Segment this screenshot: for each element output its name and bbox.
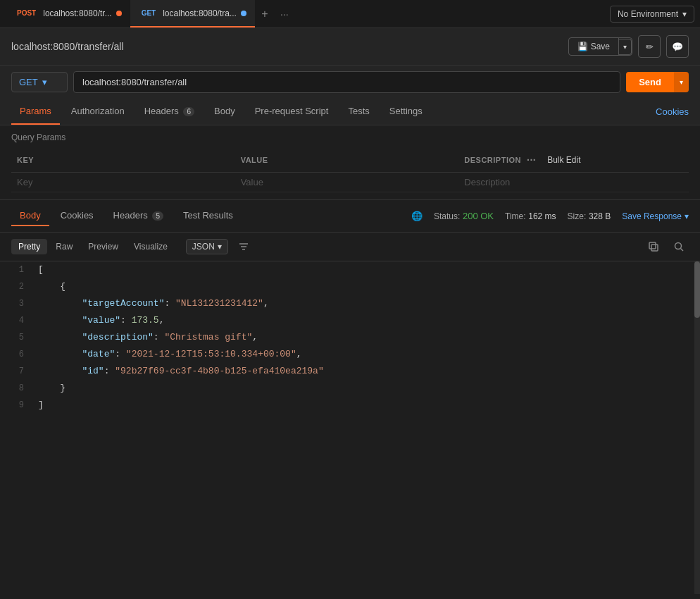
tab-authorization[interactable]: Authorization — [63, 99, 133, 125]
line-num-6: 6 — [0, 346, 35, 363]
resp-tab-cookies[interactable]: Cookies — [52, 206, 102, 226]
resp-headers-label: Headers — [113, 210, 148, 221]
value-column-header: VALUE — [235, 148, 459, 173]
environment-select[interactable]: No Environment ▾ — [610, 6, 694, 23]
post-method-badge: POST — [14, 8, 39, 18]
format-type-label: JSON — [192, 242, 215, 252]
params-more-icon[interactable]: ··· — [524, 154, 539, 166]
new-tab-button[interactable]: + — [255, 4, 275, 24]
resp-tab-body[interactable]: Body — [11, 206, 49, 226]
line-content-5: "description": "Christmas gift", — [35, 329, 700, 346]
time-info: Time: 162 ms — [505, 211, 556, 221]
tab-params[interactable]: Params — [11, 99, 60, 125]
tab-get-url: localhost:8080/tra... — [163, 8, 237, 18]
format-preview-label: Preview — [88, 242, 118, 252]
key-input[interactable] — [17, 177, 230, 187]
tab-headers[interactable]: Headers 6 — [136, 99, 203, 125]
format-tab-visualize[interactable]: Visualize — [127, 239, 175, 254]
line-num-7: 7 — [0, 363, 35, 380]
svg-point-5 — [675, 243, 682, 249]
get-method-badge: GET — [139, 8, 159, 18]
format-tab-preview[interactable]: Preview — [81, 239, 125, 254]
line-6: 6 "date": "2021-12-12T15:53:10.334+00:00… — [0, 346, 700, 363]
line-num-2: 2 — [0, 278, 35, 295]
svg-rect-3 — [651, 245, 658, 251]
format-bar-right — [644, 237, 689, 257]
resp-tab-headers[interactable]: Headers 5 — [105, 206, 172, 226]
edit-button[interactable]: ✏ — [638, 35, 661, 58]
format-pretty-label: Pretty — [18, 242, 40, 252]
method-select[interactable]: GET ▾ — [11, 72, 68, 92]
scrollbar-thumb[interactable] — [694, 261, 700, 318]
tab-body[interactable]: Body — [206, 99, 244, 125]
format-raw-label: Raw — [56, 242, 73, 252]
search-button[interactable] — [669, 237, 689, 257]
format-tabs: Pretty Raw Preview Visualize — [11, 239, 175, 254]
format-tab-raw[interactable]: Raw — [49, 239, 80, 254]
save-response-label: Save Response — [622, 211, 682, 221]
description-input[interactable] — [464, 177, 683, 187]
request-title: localhost:8080/transfer/all — [11, 41, 124, 52]
line-num-5: 5 — [0, 329, 35, 346]
resp-body-label: Body — [20, 210, 41, 221]
req-tabs-right: Cookies — [656, 106, 689, 117]
format-type-chevron-icon: ▾ — [218, 242, 222, 252]
tab-tests[interactable]: Tests — [339, 99, 377, 125]
line-content-3: "targetAccount": "NL131231231412", — [35, 295, 700, 312]
comment-button[interactable]: 💬 — [666, 35, 689, 58]
line-num-4: 4 — [0, 312, 35, 329]
resp-status-area: 🌐 Status: 200 OK Time: 162 ms Size: 328 … — [411, 211, 689, 221]
status-value: 200 OK — [463, 211, 494, 221]
status-info: Status: 200 OK — [434, 211, 494, 221]
line-num-8: 8 — [0, 380, 35, 397]
url-input[interactable] — [73, 71, 620, 93]
tab-settings[interactable]: Settings — [381, 99, 431, 125]
comment-icon: 💬 — [672, 42, 683, 52]
resp-tab-test-results[interactable]: Test Results — [175, 206, 242, 226]
resp-headers-badge: 5 — [152, 211, 163, 221]
scrollbar-track[interactable] — [694, 261, 700, 594]
format-type-select[interactable]: JSON ▾ — [186, 239, 228, 254]
bulk-edit-button[interactable]: Bulk Edit — [542, 152, 586, 168]
save-caret-button[interactable]: ▾ — [619, 39, 632, 55]
tab-authorization-label: Authorization — [71, 106, 125, 116]
save-button[interactable]: 💾 Save — [569, 38, 619, 55]
save-response-button[interactable]: Save Response ▾ — [622, 211, 689, 221]
time-value: 162 ms — [528, 211, 556, 221]
format-tab-pretty[interactable]: Pretty — [11, 239, 47, 254]
line-content-2: { — [35, 278, 700, 295]
format-visualize-label: Visualize — [134, 242, 168, 252]
method-chevron-icon: ▾ — [42, 77, 47, 87]
tab-settings-label: Settings — [389, 106, 423, 116]
line-2: 2 { — [0, 278, 700, 295]
more-tabs-button[interactable]: ··· — [275, 4, 294, 24]
copy-button[interactable] — [644, 237, 663, 257]
svg-line-6 — [681, 249, 684, 252]
svg-rect-4 — [649, 242, 656, 249]
filter-icon[interactable] — [234, 237, 254, 257]
format-bar: Pretty Raw Preview Visualize JSON ▾ — [0, 233, 700, 261]
key-column-header: KEY — [11, 148, 235, 173]
line-content-7: "id": "92b27f69-cc3f-4b80-b125-efa410ea2… — [35, 363, 700, 380]
cookies-link[interactable]: Cookies — [656, 106, 689, 117]
resp-test-results-label: Test Results — [183, 210, 233, 221]
table-row — [11, 173, 689, 192]
tab-post[interactable]: POST localhost:8080/tr... — [6, 0, 130, 27]
value-input[interactable] — [241, 177, 454, 187]
send-caret-button[interactable]: ▾ — [674, 72, 689, 92]
send-button[interactable]: Send — [626, 72, 674, 92]
tab-get[interactable]: GET localhost:8080/tra... — [130, 0, 255, 27]
size-info: Size: 328 B — [568, 211, 611, 221]
tab-bar-right: No Environment ▾ — [610, 6, 694, 23]
line-num-9: 9 — [0, 397, 35, 414]
query-params-label: Query Params — [11, 132, 689, 142]
size-value: 328 B — [589, 211, 611, 221]
chevron-down-icon: ▾ — [682, 9, 687, 19]
send-group: Send ▾ — [626, 72, 689, 92]
headers-badge: 6 — [183, 107, 194, 116]
query-params-section: Query Params KEY VALUE DESCRIPTION ··· B… — [0, 125, 700, 199]
tab-prerequest[interactable]: Pre-request Script — [246, 99, 337, 125]
description-column-header: DESCRIPTION ··· Bulk Edit — [458, 148, 689, 173]
tab-prerequest-label: Pre-request Script — [255, 106, 329, 116]
response-tabs: Body Cookies Headers 5 Test Results — [11, 206, 242, 226]
